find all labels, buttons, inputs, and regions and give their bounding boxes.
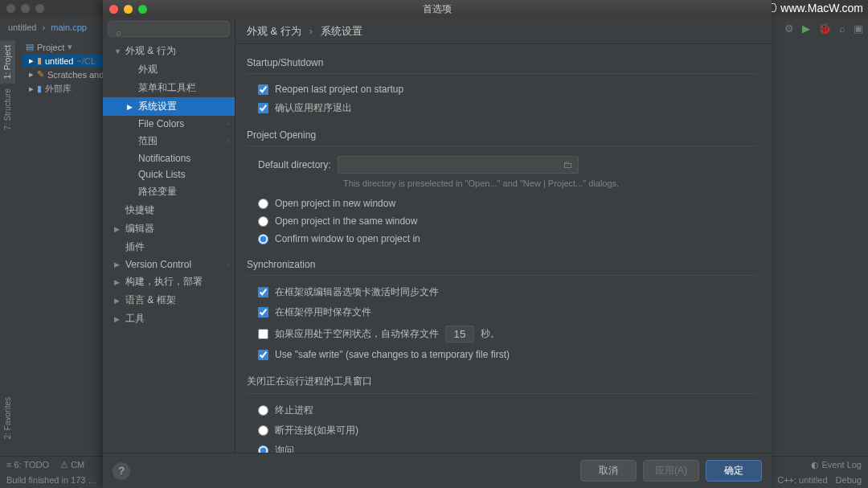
minimize-icon[interactable] (21, 4, 30, 13)
chk-reopen-project[interactable] (258, 84, 268, 95)
zoom-icon[interactable] (138, 5, 147, 14)
tree-quick-lists[interactable]: Quick Lists (103, 166, 235, 182)
search-box: ⌕ (108, 21, 230, 37)
breadcrumb-file[interactable]: main.cpp (47, 21, 90, 34)
chk-autosave-idle[interactable] (258, 329, 268, 339)
preferences-dialog: 首选项 ⌕ ▼外观 & 行为 外观 菜单和工具栏 ▶系统设置 File Colo… (103, 0, 772, 488)
chk-sync-activate[interactable] (258, 287, 268, 297)
search-icon[interactable]: ⌕ (839, 23, 845, 35)
settings-tree: ▼外观 & 行为 外观 菜单和工具栏 ▶系统设置 File Colors▫ 范围… (103, 42, 235, 453)
lbl-open-new: Open project in new window (275, 198, 395, 209)
breadcrumb: untitled › main.cpp (5, 23, 90, 32)
context-label[interactable]: C++: untitled (777, 475, 827, 485)
build-icon[interactable]: ⚙ (784, 23, 794, 35)
radio-open-same[interactable] (258, 216, 268, 227)
close-icon[interactable] (6, 4, 15, 13)
folder-icon[interactable]: 🗀 (563, 159, 573, 170)
debug-icon[interactable]: 🐞 (818, 23, 831, 35)
tree-build[interactable]: ▶构建，执行，部署 (103, 273, 235, 291)
default-dir-field[interactable]: 🗀 (338, 156, 579, 174)
section-close-tool: 关闭正在运行进程的工具窗口 (247, 375, 757, 394)
lbl-ask: 询问 (275, 444, 294, 453)
dialog-titlebar: 首选项 (103, 0, 772, 18)
tree-keymap[interactable]: 快捷键 (103, 201, 235, 219)
lbl-terminate: 终止进程 (275, 404, 313, 417)
chk-confirm-exit[interactable] (258, 103, 268, 113)
chk-save-deactivate[interactable] (258, 307, 268, 318)
cancel-button[interactable]: 取消 (580, 460, 637, 482)
project-root[interactable]: ▸▮ untitled ~/CL (23, 54, 103, 68)
run-icon[interactable]: ▶ (802, 23, 810, 35)
search-input[interactable] (108, 21, 230, 37)
lbl-seconds: 秒。 (481, 327, 500, 341)
sidetab-favorites[interactable]: 2: Favorites (0, 392, 15, 444)
lbl-safe-write: Use "safe write" (save changes to a temp… (275, 349, 510, 360)
tree-appearance[interactable]: 外观 (103, 60, 235, 79)
close-icon[interactable] (109, 5, 118, 14)
apply-button[interactable]: 应用(A) (643, 460, 699, 482)
crumb-parent[interactable]: 外观 & 行为 (247, 25, 301, 37)
ok-button[interactable]: 确定 (706, 460, 762, 482)
tree-system-settings[interactable]: ▶系统设置 (103, 97, 235, 116)
tree-appearance-behavior[interactable]: ▼外观 & 行为 (103, 42, 235, 60)
sidetab-structure[interactable]: 7: Structure (0, 84, 15, 135)
tree-notifications[interactable]: Notifications (103, 150, 235, 166)
breadcrumb-project[interactable]: untitled (5, 21, 39, 34)
project-badge-icon: ▫ (227, 120, 230, 129)
project-panel: ▤ Project ▾ ▸▮ untitled ~/CL ▸✎ Scratche… (23, 40, 103, 96)
crumb-current: 系统设置 (321, 25, 362, 37)
lbl-open-confirm: Confirm window to open project in (275, 233, 420, 244)
ide-toolbar-right: ⚙ ▶ 🐞 ⌕ ▣ (784, 23, 863, 35)
tree-editor[interactable]: ▶编辑器 (103, 219, 235, 238)
project-badge-icon: ▫ (227, 260, 230, 269)
sidetab-project[interactable]: 1: Project (0, 40, 15, 84)
settings-content: 外观 & 行为 › 系统设置 Startup/Shutdown Reopen l… (235, 18, 772, 453)
autosave-seconds-input[interactable] (445, 326, 474, 342)
settings-sidebar: ⌕ ▼外观 & 行为 外观 菜单和工具栏 ▶系统设置 File Colors▫ … (103, 18, 235, 453)
dialog-footer: ? 取消 应用(A) 确定 (103, 453, 772, 488)
layout-icon[interactable]: ▣ (854, 23, 863, 35)
lbl-open-same: Open project in the same window (275, 215, 417, 227)
tree-lang-fw[interactable]: ▶语言 & 框架 (103, 291, 235, 310)
config-label[interactable]: Debug (836, 475, 862, 485)
event-log[interactable]: ◐ Event Log (811, 460, 862, 470)
zoom-icon[interactable] (35, 4, 44, 13)
project-badge-icon: ▫ (227, 137, 230, 146)
search-icon: ⌕ (116, 27, 121, 37)
section-sync: Synchronization (247, 259, 757, 276)
breadcrumb: 外观 & 行为 › 系统设置 (235, 18, 772, 44)
radio-open-new[interactable] (258, 199, 268, 209)
project-panel-header[interactable]: ▤ Project ▾ (23, 40, 103, 54)
lbl-default-dir: Default directory: (258, 159, 331, 170)
radio-open-confirm[interactable] (258, 234, 268, 244)
lbl-autosave-idle: 如果应用处于空闲状态，自动保存文件 (275, 327, 439, 341)
folder-icon: ▤ (26, 42, 34, 52)
tree-file-colors[interactable]: File Colors▫ (103, 116, 235, 132)
section-project-opening: Project Opening (247, 129, 757, 146)
tree-path-vars[interactable]: 路径变量 (103, 182, 235, 201)
radio-terminate[interactable] (258, 405, 268, 416)
lbl-sync-activate: 在框架或编辑器选项卡激活时同步文件 (275, 285, 439, 299)
tree-scopes[interactable]: 范围▫ (103, 132, 235, 150)
build-status: Build finished in 173 … (6, 475, 97, 485)
radio-disconnect[interactable] (258, 425, 268, 436)
tree-vcs[interactable]: ▶Version Control▫ (103, 256, 235, 273)
scratch-icon: ✎ (37, 69, 44, 80)
help-button[interactable]: ? (113, 462, 130, 480)
tree-tools[interactable]: ▶工具 (103, 310, 235, 328)
left-sidetabs: 1: Project 7: Structure 2: Favorites (0, 40, 18, 444)
tree-plugins[interactable]: 插件 (103, 238, 235, 256)
hint-default-dir: This directory is preselected in "Open..… (247, 177, 757, 195)
folder-icon: ▮ (37, 55, 42, 66)
dialog-title: 首选项 (423, 2, 452, 16)
cmake-tab[interactable]: ⚠ CM (60, 460, 84, 470)
radio-ask[interactable] (258, 445, 268, 453)
chk-safe-write[interactable] (258, 350, 268, 360)
todo-tab[interactable]: ≡ 6: TODO (6, 460, 49, 470)
tree-menus-toolbars[interactable]: 菜单和工具栏 (103, 79, 235, 97)
lbl-confirm-exit: 确认应用程序退出 (275, 101, 352, 115)
scratches-node[interactable]: ▸✎ Scratches and (23, 68, 103, 81)
minimize-icon[interactable] (124, 5, 133, 14)
lbl-save-deactivate: 在框架停用时保存文件 (275, 306, 371, 319)
external-libs-node[interactable]: ▸▮ 外部库 (23, 81, 103, 96)
